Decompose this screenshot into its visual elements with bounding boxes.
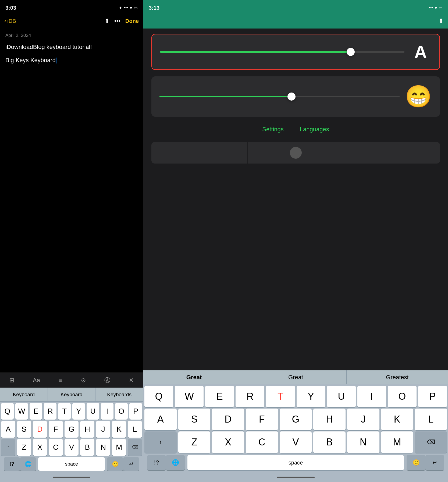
key-v[interactable]: V [65, 439, 79, 456]
done-button[interactable]: Done [125, 18, 139, 24]
right-key-b[interactable]: B [313, 431, 346, 453]
right-key-z[interactable]: Z [178, 431, 211, 453]
key-m[interactable]: M [112, 439, 126, 456]
keyboard-thumbnails [151, 142, 440, 164]
right-key-a[interactable]: A [144, 409, 177, 430]
font-size-slider-thumb[interactable] [347, 48, 355, 56]
key-o[interactable]: O [115, 403, 128, 420]
key-c[interactable]: C [49, 439, 63, 456]
key-u[interactable]: U [87, 403, 99, 420]
right-key-p[interactable]: P [418, 386, 447, 407]
key-b[interactable]: B [80, 439, 94, 456]
right-autocomplete-item-3[interactable]: Greatest [347, 370, 448, 384]
text-cursor [56, 58, 56, 63]
font-size-slider-track[interactable] [160, 51, 404, 53]
right-key-i[interactable]: I [357, 386, 386, 407]
right-bottom-bar: !? 🌐 space 🙂 ↵ [143, 453, 448, 472]
languages-button[interactable]: Languages [300, 126, 329, 133]
right-key-globe[interactable]: 🌐 [166, 455, 185, 470]
share-icon[interactable]: ⬆ [105, 17, 109, 24]
back-button[interactable]: ‹ iDB [4, 17, 16, 24]
right-key-l[interactable]: L [415, 409, 447, 430]
right-key-r[interactable]: R [236, 386, 264, 407]
key-q[interactable]: Q [1, 403, 14, 420]
emoji-slider-thumb[interactable] [287, 93, 296, 101]
font-size-slider-fill [160, 51, 351, 53]
right-key-m[interactable]: M [381, 431, 413, 453]
camera-icon[interactable]: ⊙ [81, 377, 86, 384]
right-key-w[interactable]: W [175, 386, 204, 407]
close-icon[interactable]: ✕ [129, 377, 134, 384]
key-e[interactable]: E [30, 403, 42, 420]
table-icon[interactable]: ⊞ [9, 377, 14, 384]
key-shift[interactable]: ↑ [1, 439, 15, 456]
list-icon[interactable]: ≡ [59, 377, 62, 384]
autocomplete-item-1[interactable]: Keyboard [0, 388, 48, 401]
right-key-e[interactable]: E [205, 386, 234, 407]
right-key-emoji[interactable]: 🙂 [407, 455, 425, 470]
right-key-t[interactable]: T [266, 386, 295, 407]
right-key-x[interactable]: X [212, 431, 244, 453]
right-key-f[interactable]: F [246, 409, 278, 430]
right-key-backspace[interactable]: ⌫ [415, 431, 447, 453]
key-a[interactable]: A [1, 421, 15, 438]
right-key-symbols[interactable]: !? [147, 455, 166, 470]
circle-a-icon[interactable]: Ⓐ [104, 376, 110, 384]
right-key-s[interactable]: S [178, 409, 211, 430]
kb-thumb-3[interactable] [344, 142, 440, 164]
autocomplete-item-2[interactable]: Keyboard [48, 388, 96, 401]
right-key-k[interactable]: K [381, 409, 413, 430]
autocomplete-item-3[interactable]: Keyboards [95, 388, 143, 401]
right-key-u[interactable]: U [327, 386, 356, 407]
left-keyboard: Q W E R T Y U I O P A S D F G H J K L ↑ … [0, 402, 143, 472]
key-emoji[interactable]: 🙂 [107, 457, 123, 471]
key-x[interactable]: X [33, 439, 47, 456]
key-n[interactable]: N [96, 439, 110, 456]
right-key-c[interactable]: C [246, 431, 278, 453]
right-key-g[interactable]: G [280, 409, 312, 430]
home-bar-right [277, 477, 315, 478]
emoji-slider-track[interactable] [159, 96, 400, 97]
right-key-d[interactable]: D [212, 409, 244, 430]
key-d[interactable]: D [33, 421, 47, 438]
right-autocomplete-item-1[interactable]: Great [143, 370, 245, 384]
key-s[interactable]: S [17, 421, 31, 438]
right-key-j[interactable]: J [347, 409, 379, 430]
key-backspace[interactable]: ⌫ [128, 439, 142, 456]
right-key-q[interactable]: Q [144, 386, 173, 407]
key-f[interactable]: F [49, 421, 63, 438]
more-icon[interactable]: ••• [114, 17, 120, 24]
right-key-o[interactable]: O [388, 386, 417, 407]
right-autocomplete-item-2[interactable]: Great [245, 370, 347, 384]
right-key-n[interactable]: N [347, 431, 379, 453]
key-y[interactable]: Y [72, 403, 85, 420]
right-key-h[interactable]: H [313, 409, 346, 430]
key-r[interactable]: R [44, 403, 56, 420]
key-j[interactable]: J [96, 421, 110, 438]
key-space[interactable]: space [38, 457, 105, 471]
right-key-space[interactable]: space [187, 455, 404, 470]
right-key-y[interactable]: Y [297, 386, 325, 407]
key-p[interactable]: P [129, 403, 142, 420]
right-share-icon[interactable]: ⬆ [438, 17, 444, 25]
note-body-1: iDownloadBlog keyboard tutorial! [5, 43, 138, 51]
kb-thumb-2[interactable] [248, 142, 344, 164]
key-h[interactable]: H [80, 421, 94, 438]
key-z[interactable]: Z [17, 439, 31, 456]
key-l[interactable]: L [128, 421, 142, 438]
settings-button[interactable]: Settings [262, 126, 284, 133]
right-key-return[interactable]: ↵ [425, 455, 444, 470]
key-k[interactable]: K [112, 421, 126, 438]
left-bottom-bar: !? 🌐 space 🙂 ↵ [0, 456, 143, 472]
key-return[interactable]: ↵ [123, 457, 139, 471]
key-t[interactable]: T [58, 403, 71, 420]
format-icon[interactable]: Aa [33, 377, 40, 384]
key-symbols[interactable]: !? [4, 457, 20, 471]
key-g[interactable]: G [65, 421, 79, 438]
right-key-v[interactable]: V [280, 431, 312, 453]
kb-thumb-1[interactable] [151, 142, 248, 164]
key-w[interactable]: W [15, 403, 28, 420]
key-i[interactable]: I [101, 403, 113, 420]
right-key-shift[interactable]: ↑ [144, 431, 177, 453]
key-globe[interactable]: 🌐 [20, 457, 36, 471]
